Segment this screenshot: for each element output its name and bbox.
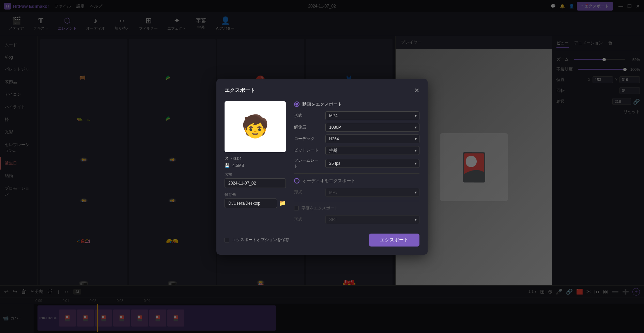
bitrate-select-wrapper: 推奨 低 中 高 [325, 146, 419, 155]
subtitle-export-checkbox[interactable] [294, 206, 299, 210]
audio-export-radio[interactable] [294, 178, 300, 184]
saveto-field-group: 保存先 📁 [225, 192, 286, 208]
save-options-row: エクスポートオプションを保存 [225, 237, 289, 243]
name-input[interactable] [225, 178, 286, 188]
bitrate-select[interactable]: 推奨 低 中 高 [325, 146, 419, 155]
resolution-label: 解像度 [294, 124, 321, 130]
subtitle-export-label: 字幕をエクスポート [302, 205, 338, 211]
filesize-icon: 💾 [225, 163, 230, 168]
codec-select-wrapper: H264 H265 VP9 [325, 134, 419, 143]
framerate-select[interactable]: 25 fps 30 fps 60 fps 24 fps [325, 159, 419, 168]
format-select[interactable]: MP4 MOV AVI GIF [325, 111, 419, 120]
saveto-input-row: 📁 [225, 199, 286, 208]
subtitle-format-label: 形式 [294, 217, 321, 222]
audio-format-select[interactable]: MP3 [325, 188, 419, 197]
name-label: 名前 [225, 172, 286, 177]
filesize-value: 4.5MB [232, 163, 244, 168]
dialog-footer: エクスポートオプションを保存 エクスポート [225, 234, 419, 247]
dialog-body: 🧒 ⏱ 00:04 💾 4.5MB 名前 [225, 101, 419, 228]
divider2 [294, 201, 419, 201]
duration-value: 00:04 [231, 156, 242, 161]
saveto-input[interactable] [225, 199, 277, 208]
video-settings-grid: 形式 MP4 MOV AVI GIF 解像度 1080P 720P [294, 111, 419, 169]
resolution-select[interactable]: 1080P 720P 480P 4K [325, 123, 419, 132]
subtitle-format-select[interactable]: SRT [325, 215, 419, 224]
save-options-label: エクスポートオプションを保存 [232, 237, 289, 243]
dialog-right: 動画をエクスポート 形式 MP4 MOV AVI GIF 解像度 [294, 101, 419, 228]
export-dialog-overlay[interactable]: エクスポート ✕ 🧒 ⏱ 00:04 [0, 0, 644, 333]
subtitle-format-select-wrapper: SRT [325, 215, 419, 224]
duration-icon: ⏱ [225, 156, 229, 161]
name-field-group: 名前 [225, 172, 286, 188]
audio-format-select-wrapper: MP3 [325, 188, 419, 197]
video-export-label: 動画をエクスポート [302, 101, 342, 107]
codec-label: コーデック [294, 136, 321, 142]
preview-bg: 🧒 [225, 101, 286, 152]
video-export-option: 動画をエクスポート [294, 101, 419, 107]
dialog-meta: ⏱ 00:04 💾 4.5MB [225, 156, 286, 168]
framerate-label: フレームレート [294, 158, 321, 169]
subtitle-export-option: 字幕をエクスポート [294, 205, 419, 211]
folder-button[interactable]: 📁 [279, 200, 286, 206]
resolution-select-wrapper: 1080P 720P 480P 4K [325, 123, 419, 132]
dialog-preview-image: 🧒 [225, 101, 286, 152]
dialog-title: エクスポート [225, 87, 255, 94]
preview-image-content: 🧒 [242, 114, 269, 139]
export-button[interactable]: エクスポート [369, 234, 419, 247]
framerate-select-wrapper: 25 fps 30 fps 60 fps 24 fps [325, 159, 419, 168]
audio-settings-grid: 形式 MP3 [294, 188, 419, 197]
filesize-row: 💾 4.5MB [225, 163, 286, 168]
dialog-preview: 🧒 ⏱ 00:04 💾 4.5MB 名前 [225, 101, 286, 228]
audio-export-label: オーディオをエクスポート [302, 178, 355, 184]
video-export-radio[interactable] [294, 101, 300, 107]
bitrate-label: ビットレート [294, 147, 321, 153]
subtitle-settings-grid: 形式 SRT [294, 215, 419, 224]
dialog-close-button[interactable]: ✕ [414, 87, 419, 94]
divider [294, 173, 419, 174]
audio-format-label: 形式 [294, 189, 321, 195]
export-dialog: エクスポート ✕ 🧒 ⏱ 00:04 [216, 79, 428, 255]
dialog-header: エクスポート ✕ [225, 87, 419, 94]
saveto-label: 保存先 [225, 192, 286, 197]
save-options-checkbox[interactable] [225, 238, 229, 242]
codec-select[interactable]: H264 H265 VP9 [325, 134, 419, 143]
format-select-wrapper: MP4 MOV AVI GIF [325, 111, 419, 120]
audio-export-option: オーディオをエクスポート [294, 178, 419, 184]
format-label: 形式 [294, 113, 321, 118]
duration-row: ⏱ 00:04 [225, 156, 286, 161]
